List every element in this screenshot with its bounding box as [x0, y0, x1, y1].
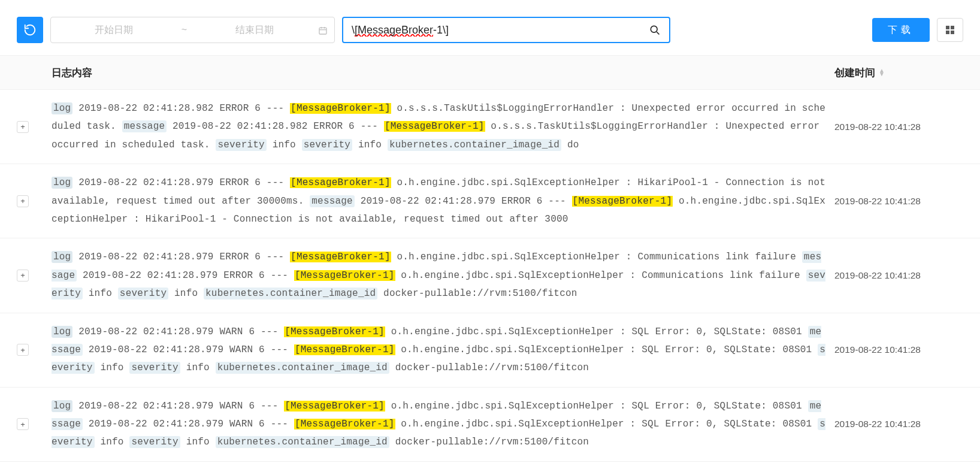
header-time[interactable]: 创建时间 ▲▼: [834, 66, 963, 80]
field-key: severity: [302, 139, 352, 151]
expand-row-button[interactable]: +: [17, 121, 29, 133]
field-key: log: [52, 326, 72, 338]
field-key: message: [122, 120, 167, 132]
svg-rect-8: [946, 31, 949, 34]
svg-rect-9: [951, 31, 954, 34]
date-end-placeholder: 结束日期: [192, 24, 318, 37]
download-button[interactable]: 下载: [872, 18, 930, 42]
search-highlight: [MessageBroker-1]: [290, 252, 391, 262]
created-time: 2019-08-22 10:41:28: [834, 419, 963, 429]
log-content: log 2019-08-22 02:41:28.982 ERROR 6 --- …: [52, 99, 834, 154]
search-highlight: [MessageBroker-1]: [294, 419, 395, 429]
field-key: log: [52, 251, 72, 263]
sort-icon: ▲▼: [879, 69, 885, 76]
table-header: 日志内容 创建时间 ▲▼: [0, 55, 980, 90]
search-highlight: [MessageBroker-1]: [294, 270, 395, 281]
table-row: +log 2019-08-22 02:41:28.979 ERROR 6 ---…: [0, 238, 980, 313]
date-range-separator: ~: [177, 25, 192, 35]
created-time: 2019-08-22 10:41:28: [834, 122, 963, 132]
created-time: 2019-08-22 10:41:28: [834, 344, 963, 355]
log-table: 日志内容 创建时间 ▲▼ +log 2019-08-22 02:41:28.98…: [0, 55, 980, 462]
svg-point-4: [651, 26, 657, 32]
grid-icon: [945, 25, 955, 35]
search-icon[interactable]: [649, 24, 661, 36]
search-input[interactable]: \[MessageBroker-1\]: [342, 17, 670, 43]
table-row: +log 2019-08-22 02:41:28.979 WARN 6 --- …: [0, 313, 980, 388]
svg-rect-0: [319, 28, 326, 34]
search-value: \[MessageBroker-1\]: [352, 24, 649, 37]
expand-row-button[interactable]: +: [17, 270, 29, 282]
log-content: log 2019-08-22 02:41:28.979 WARN 6 --- […: [52, 323, 834, 377]
field-key: kubernetes.container_image_id: [204, 288, 377, 299]
expand-row-button[interactable]: +: [17, 195, 29, 207]
header-content: 日志内容: [52, 66, 834, 80]
search-highlight: [MessageBroker-1]: [284, 401, 385, 412]
svg-line-5: [657, 32, 659, 34]
field-key: log: [52, 177, 72, 189]
created-time: 2019-08-22 10:41:28: [834, 196, 963, 207]
date-range-picker[interactable]: 开始日期 ~ 结束日期: [50, 17, 335, 43]
search-highlight: [MessageBroker-1]: [384, 121, 485, 132]
field-key: severity: [118, 288, 168, 299]
table-row: +log 2019-08-22 02:41:28.982 ERROR 6 ---…: [0, 90, 980, 164]
column-settings-button[interactable]: [937, 18, 963, 42]
field-key: kubernetes.container_image_id: [388, 139, 561, 151]
svg-rect-7: [951, 26, 954, 29]
toolbar: 开始日期 ~ 结束日期 \[MessageBroker-1\] 下载: [0, 0, 980, 55]
field-key: severity: [216, 139, 266, 151]
date-start-placeholder: 开始日期: [51, 24, 177, 37]
field-key: log: [52, 102, 72, 114]
field-key: kubernetes.container_image_id: [216, 362, 389, 374]
field-key: severity: [129, 436, 180, 448]
search-highlight: [MessageBroker-1]: [572, 196, 673, 207]
log-content: log 2019-08-22 02:41:28.979 ERROR 6 --- …: [52, 248, 834, 302]
field-key: kubernetes.container_image_id: [216, 436, 389, 448]
log-content: log 2019-08-22 02:41:28.979 ERROR 6 --- …: [52, 174, 834, 228]
svg-rect-6: [946, 26, 949, 29]
created-time: 2019-08-22 10:41:28: [834, 270, 963, 281]
field-key: message: [310, 195, 355, 207]
field-key: log: [52, 400, 72, 412]
search-highlight: [MessageBroker-1]: [290, 177, 391, 188]
expand-row-button[interactable]: +: [17, 344, 29, 356]
search-highlight: [MessageBroker-1]: [294, 344, 395, 355]
search-highlight: [MessageBroker-1]: [284, 326, 385, 337]
search-highlight: [MessageBroker-1]: [290, 103, 391, 114]
table-row: +log 2019-08-22 02:41:28.979 WARN 6 --- …: [0, 388, 980, 462]
reload-icon: [23, 23, 37, 37]
refresh-button[interactable]: [17, 17, 43, 43]
log-content: log 2019-08-22 02:41:28.979 WARN 6 --- […: [52, 397, 834, 452]
expand-row-button[interactable]: +: [17, 418, 29, 430]
table-row: +log 2019-08-22 02:41:28.979 ERROR 6 ---…: [0, 164, 980, 238]
calendar-icon: [317, 25, 334, 35]
field-key: severity: [129, 362, 180, 374]
